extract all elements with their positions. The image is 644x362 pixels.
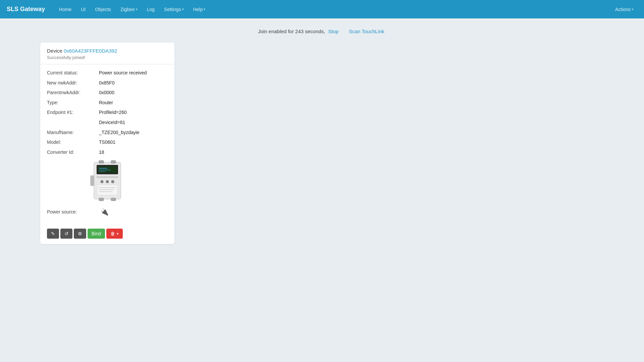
device-title: Device 0x60A423FFFE0DA392: [47, 48, 168, 54]
info-label: Type:: [47, 100, 99, 106]
info-row: Type:Router: [47, 100, 168, 106]
info-label: Current status:: [47, 70, 99, 76]
join-bar: Join enabled for 243 seconds, Stop Scan …: [7, 28, 637, 34]
svg-rect-10: [111, 198, 116, 201]
info-row: Current status:Power source received: [47, 70, 168, 76]
info-label: Converter Id:: [47, 149, 99, 156]
info-value: 0x0000: [99, 89, 114, 96]
info-label: ManufName:: [47, 129, 99, 136]
device-svg: [87, 159, 127, 202]
device-image: [47, 159, 168, 202]
info-row: DeviceId=81: [47, 119, 168, 126]
svg-point-14: [111, 180, 114, 183]
device-card-header: Device 0x60A423FFFE0DA392 Successfully j…: [40, 43, 174, 64]
svg-rect-2: [98, 166, 117, 173]
actions-dropdown-caret: ▾: [632, 7, 633, 11]
brand[interactable]: SLS Gateway: [7, 6, 45, 13]
info-row: ParentnwkAddr:0x0000: [47, 89, 168, 96]
device-info: Current status:Power source receivedNew …: [40, 64, 174, 225]
delete-icon: 🗑: [110, 231, 115, 236]
edit-button[interactable]: ✎: [47, 229, 59, 239]
device-join-status: Successfully joined!: [47, 55, 168, 60]
device-actions: ✎ ↻ ⚙ Bind 🗑 ▾: [40, 225, 174, 244]
power-source-row: Power source: 🔌: [47, 208, 168, 216]
refresh-icon: ↻: [64, 231, 68, 236]
info-label: Endpoint #1:: [47, 109, 99, 116]
nav-home[interactable]: Home: [55, 4, 75, 15]
info-value: 18: [99, 149, 104, 156]
svg-rect-7: [99, 161, 104, 163]
info-row: Converter Id:18: [47, 149, 168, 156]
nav-objects[interactable]: Objects: [91, 4, 115, 15]
nav-zigbee[interactable]: Zigbee ▾: [116, 4, 142, 15]
tools-icon: ⚙: [78, 231, 82, 236]
navbar: SLS Gateway Home UI Objects Zigbee ▾ Log…: [0, 0, 644, 18]
info-value: Power source received: [99, 70, 147, 76]
settings-dropdown-caret: ▾: [182, 7, 184, 11]
info-value: TS0601: [99, 139, 115, 146]
svg-rect-9: [99, 198, 104, 201]
info-label: Model:: [47, 139, 99, 146]
info-label: ParentnwkAddr:: [47, 89, 99, 96]
svg-rect-11: [91, 176, 94, 186]
tools-button[interactable]: ⚙: [74, 229, 86, 239]
delete-dropdown-icon: ▾: [117, 232, 119, 236]
nav-links: Home UI Objects Zigbee ▾ Log Settings ▾ …: [55, 4, 611, 15]
info-label: [47, 119, 99, 126]
info-rows: Current status:Power source receivedNew …: [47, 70, 168, 156]
info-value: 0x85F0: [99, 80, 115, 86]
svg-point-12: [101, 180, 103, 183]
svg-rect-15: [97, 185, 117, 195]
help-dropdown-caret: ▾: [204, 7, 205, 11]
join-text: Join enabled for 243 seconds,: [258, 28, 325, 34]
device-card: Device 0x60A423FFFE0DA392 Successfully j…: [40, 43, 174, 244]
info-row: Model:TS0601: [47, 139, 168, 146]
scan-touchlink-link[interactable]: Scan TouchLink: [349, 28, 384, 34]
info-row: New nwkAddr:0x85F0: [47, 80, 168, 86]
svg-rect-6: [97, 176, 118, 178]
info-row: ManufName:_TZE200_byzdayie: [47, 129, 168, 136]
refresh-button[interactable]: ↻: [60, 229, 72, 239]
svg-point-13: [106, 180, 109, 183]
info-value: Router: [99, 100, 113, 106]
nav-settings[interactable]: Settings ▾: [160, 4, 188, 15]
info-row: Endpoint #1:ProfileId=260: [47, 109, 168, 116]
edit-icon: ✎: [51, 231, 55, 236]
bind-label: Bind: [92, 231, 101, 236]
nav-help[interactable]: Help ▾: [189, 4, 210, 15]
delete-button[interactable]: 🗑 ▾: [106, 229, 123, 239]
nav-log[interactable]: Log: [143, 4, 159, 15]
bind-button[interactable]: Bind: [88, 229, 105, 239]
info-label: New nwkAddr:: [47, 80, 99, 86]
navbar-actions: Actions ▾: [611, 4, 637, 15]
main-content: Join enabled for 243 seconds, Stop Scan …: [0, 18, 644, 254]
zigbee-dropdown-caret: ▾: [136, 7, 138, 11]
svg-rect-8: [111, 161, 116, 163]
info-value: ProfileId=260: [99, 109, 127, 116]
power-plug-icon: 🔌: [100, 208, 109, 216]
stop-link[interactable]: Stop: [328, 28, 338, 34]
device-address: 0x60A423FFFE0DA392: [64, 48, 117, 54]
power-source-label: Power source:: [47, 209, 99, 215]
info-value: _TZE200_byzdayie: [99, 129, 140, 136]
actions-menu[interactable]: Actions ▾: [611, 4, 637, 15]
info-value: DeviceId=81: [99, 119, 125, 126]
nav-ui[interactable]: UI: [77, 4, 90, 15]
